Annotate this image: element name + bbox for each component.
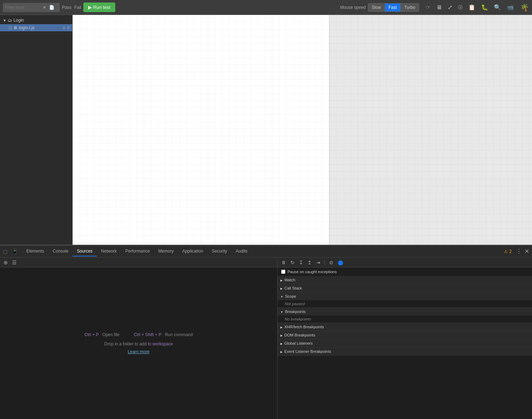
global-listeners-label: Global Listeners — [284, 341, 313, 345]
tab-application[interactable]: Application — [178, 246, 207, 256]
hint-row-open: Ctrl + P Open file — [84, 332, 119, 337]
watch-chevron-icon — [280, 278, 283, 282]
filter-input-wrapper: ✕ 📄 — [3, 3, 60, 12]
watch-header[interactable]: Watch — [278, 276, 532, 284]
devtools-warning: ⚠ 2 — [504, 249, 512, 254]
speed-slow-button[interactable]: Slow — [368, 4, 385, 11]
call-stack-label: Call Stack — [284, 286, 302, 290]
devtools-tab-icons: ⬚ 📱 — [1, 248, 19, 255]
global-listeners-header[interactable]: Global Listeners — [278, 339, 532, 347]
scope-label: Scope — [285, 294, 296, 298]
pause-resume-button[interactable]: ⏸ — [280, 259, 288, 266]
hint-ctrl-shift-p: Ctrl + Shift + P — [134, 332, 162, 337]
tab-console[interactable]: Console — [48, 246, 73, 256]
speed-fast-button[interactable]: Fast — [385, 4, 401, 11]
speed-group: Slow Fast Turbo — [368, 3, 419, 12]
breakpoints-header[interactable]: Breakpoints — [278, 308, 532, 315]
tab-memory[interactable]: Memory — [154, 246, 178, 256]
tree-file-login[interactable]: ☐ 🖥 login.t.js 0 0 — [0, 24, 72, 31]
breakpoints-active-indicator[interactable]: ⬤ — [336, 259, 345, 266]
event-breakpoints-label: Event Listener Breakpoints — [284, 349, 331, 354]
event-breakpoints-header[interactable]: Event Listener Breakpoints — [278, 348, 532, 355]
siesta-logo: 🌴 — [520, 3, 529, 12]
dom-breakpoints-label: DOM Breakpoints — [284, 333, 315, 337]
record-icon[interactable]: 📹 — [505, 3, 515, 11]
step-into-button[interactable]: ↧ — [297, 259, 305, 266]
clipboard-icon[interactable]: 📋 — [467, 3, 477, 11]
dom-breakpoints-header[interactable]: DOM Breakpoints — [278, 331, 532, 339]
toolbar-separator — [325, 260, 325, 265]
hint-open-file: Open file — [102, 332, 120, 337]
filter-options-button[interactable]: 📄 — [48, 5, 55, 10]
drop-text-highlight: to workspace — [148, 341, 173, 346]
devtools-more-menu-button[interactable]: ⋮ — [515, 247, 523, 255]
drop-text: Drop in a folder to add to workspace — [104, 341, 173, 346]
inspect-element-button[interactable]: ⬚ — [1, 248, 9, 255]
dom-breakpoints-chevron-icon — [280, 333, 283, 337]
sources-main: Ctrl + P Open file Ctrl + Shift + P Run … — [0, 267, 277, 419]
call-stack-chevron-icon — [280, 286, 283, 290]
pause-caught-exceptions-checkbox[interactable] — [281, 270, 285, 274]
learn-more-button[interactable]: Learn more — [128, 349, 149, 354]
top-icons: ☞ 🖥 ⤢ ⦾ 📋 🐛 🔍 📹 🌴 — [424, 3, 529, 12]
warning-icon: ⚠ — [504, 249, 508, 254]
step-over-button[interactable]: ↻ — [289, 259, 296, 266]
tab-network[interactable]: Network — [97, 246, 121, 256]
file-monitor-icon: 🖥 — [13, 25, 17, 30]
watch-section: Watch — [278, 276, 532, 284]
tab-performance[interactable]: Performance — [121, 246, 154, 256]
folder-label: Login — [14, 18, 24, 23]
scope-header[interactable]: Scope — [278, 292, 532, 300]
xhr-breakpoints-header[interactable]: XHR/fetch Breakpoints — [278, 323, 532, 331]
tab-elements[interactable]: Elements — [22, 246, 48, 256]
scope-chevron-icon — [280, 294, 283, 298]
tab-audits[interactable]: Audits — [231, 246, 252, 256]
call-stack-section: Call Stack — [278, 284, 532, 292]
breakpoints-chevron-icon — [280, 309, 283, 314]
devtools-tabs: ⬚ 📱 Elements Console Sources Network Per… — [0, 245, 532, 258]
xhr-breakpoints-label: XHR/fetch Breakpoints — [284, 325, 324, 329]
tab-sources[interactable]: Sources — [73, 246, 97, 256]
pass-filter[interactable]: Pass — [62, 5, 72, 10]
screen-icon[interactable]: 🖥 — [435, 4, 443, 11]
folder-arrow-icon: ▼ — [3, 18, 6, 22]
debugger-content: Pause on caught exceptions Watch Call St… — [278, 267, 532, 419]
resize-icon[interactable]: ⤢ — [446, 3, 454, 11]
watch-label: Watch — [284, 278, 295, 282]
warning-count: 2 — [509, 249, 512, 254]
device-toolbar-button[interactable]: 📱 — [10, 248, 19, 255]
step-forward-button[interactable]: ⇥ — [315, 259, 322, 266]
devtools-close-button[interactable]: ✕ — [523, 247, 531, 255]
pass-count: 0 — [63, 26, 65, 30]
speed-turbo-button[interactable]: Turbo — [401, 4, 419, 11]
pause-caught-label: Pause on caught exceptions — [288, 270, 337, 274]
debugger-panel: ⏸ ↻ ↧ ↥ ⇥ ⊘ ⬤ Pause on caught exceptions — [278, 258, 532, 419]
global-listeners-section: Global Listeners — [278, 339, 532, 348]
event-breakpoints-chevron-icon — [280, 349, 283, 354]
hint-run-command: Run command — [165, 332, 193, 337]
sources-toolbar: ⊕ ☰ — [0, 258, 277, 267]
pause-exceptions-row: Pause on caught exceptions — [278, 267, 532, 276]
run-test-button[interactable]: ▶ Run test — [83, 2, 115, 12]
tree-folder-login[interactable]: ▼ 🗂 Login — [0, 16, 72, 24]
deactivate-breakpoints-button[interactable]: ⊘ — [328, 259, 335, 266]
clear-filter-button[interactable]: ✕ — [42, 5, 47, 10]
filter-tests-input[interactable] — [5, 5, 41, 10]
call-stack-header[interactable]: Call Stack — [278, 284, 532, 292]
file-label: login.t.js — [19, 25, 35, 30]
bug-icon[interactable]: 🐛 — [480, 3, 490, 11]
dot-icon[interactable]: ⦾ — [457, 4, 464, 11]
search-icon[interactable]: 🔍 — [493, 3, 502, 11]
folder-icon: 🗂 — [8, 18, 12, 23]
breakpoints-section: Breakpoints No breakpoints — [278, 308, 532, 323]
fail-filter[interactable]: Fail — [74, 5, 81, 10]
tab-security[interactable]: Security — [207, 246, 231, 256]
scope-section: Scope Not paused — [278, 292, 532, 308]
pointer-icon[interactable]: ☞ — [424, 3, 432, 11]
drop-text-1: Drop in a folder to add — [104, 341, 147, 346]
sources-sidebar-button[interactable]: ☰ — [11, 259, 18, 266]
sources-new-tab-button[interactable]: ⊕ — [2, 259, 9, 266]
step-out-button[interactable]: ↥ — [306, 259, 313, 266]
hint-row-command: Ctrl + Shift + P Run command — [134, 332, 193, 337]
debugger-toolbar: ⏸ ↻ ↧ ↥ ⇥ ⊘ ⬤ — [278, 258, 532, 267]
